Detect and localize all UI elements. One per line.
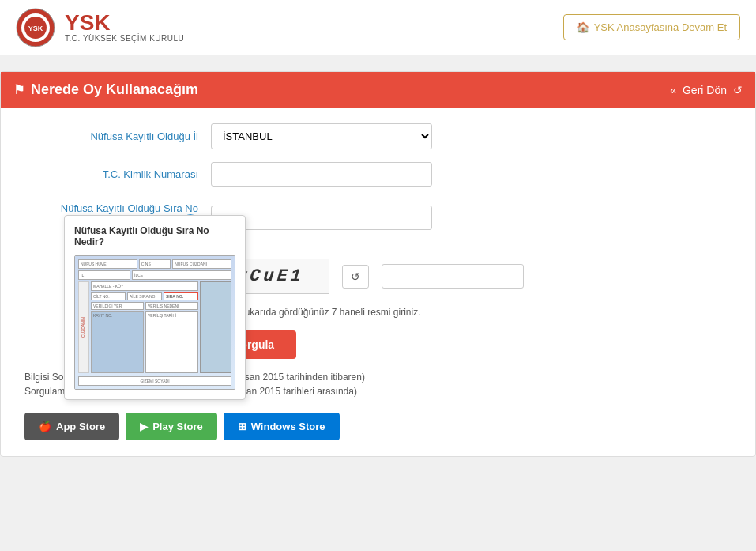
kimlik-label: T.C. Kimlik Numarası <box>24 168 198 180</box>
homepage-btn-label: YSK Anasayfasına Devam Et <box>594 21 727 33</box>
id-card-image: NÜFUS HÜVE CİNS NÜFUS CÜZDANI İL İLÇE CÜ… <box>74 255 235 390</box>
il-select[interactable]: İSTANBUL ANKARA İZMİR BURSA ANTALYA <box>211 123 432 149</box>
captcha-input[interactable] <box>382 264 524 289</box>
section-title: Nerede Oy Kullanacağım <box>31 81 198 98</box>
logo-text: YSK T.C. YÜKSEK SEÇİM KURULU <box>65 12 184 43</box>
section-title-area: ⚑ Nerede Oy Kullanacağım <box>13 81 198 98</box>
back-label: Geri Dön <box>683 84 727 96</box>
sira-no-row: Nüfusa Kayıtlı Olduğu Sıra No ? Nüfusa K… <box>24 199 732 230</box>
svg-text:YSK: YSK <box>28 25 43 32</box>
apple-store-button[interactable]: 🍎 App Store <box>24 413 119 440</box>
app-store-area: 🍎 App Store ▶ Play Store ⊞ Windows Store <box>1 413 755 456</box>
captcha-text: yCuE1 <box>235 266 305 286</box>
il-row: Nüfusa Kayıtlı Olduğu İl İSTANBUL ANKARA… <box>24 123 732 149</box>
ysk-emblem: YSK <box>16 8 55 47</box>
logo-area: YSK YSK T.C. YÜKSEK SEÇİM KURULU <box>16 8 184 47</box>
tooltip-title: Nüfusa Kayıtlı Olduğu Sıra No Nedir? <box>74 225 235 247</box>
section-header: ⚑ Nerede Oy Kullanacağım « Geri Dön ↺ <box>1 72 755 108</box>
section-actions[interactable]: « Geri Dön ↺ <box>670 84 743 96</box>
windows-icon: ⊞ <box>238 421 246 432</box>
home-icon: 🏠 <box>577 21 589 33</box>
header: YSK YSK T.C. YÜKSEK SEÇİM KURULU 🏠 YSK A… <box>0 0 756 55</box>
kimlik-row: T.C. Kimlik Numarası <box>24 162 732 187</box>
captcha-refresh-button[interactable]: ↺ <box>342 265 369 289</box>
play-store-label: Play Store <box>152 421 203 432</box>
main-container: ⚑ Nerede Oy Kullanacağım « Geri Dön ↺ Nü… <box>0 71 756 457</box>
refresh-icon[interactable]: ↺ <box>733 84 743 96</box>
homepage-button[interactable]: 🏠 YSK Anasayfasına Devam Et <box>563 14 740 40</box>
logo-subtitle: T.C. YÜKSEK SEÇİM KURULU <box>65 34 184 43</box>
logo-title: YSK <box>65 12 184 34</box>
play-store-button[interactable]: ▶ Play Store <box>126 413 217 440</box>
apple-store-label: App Store <box>56 421 105 432</box>
tooltip-popup: Nüfusa Kayıtlı Olduğu Sıra No Nedir? NÜF… <box>64 215 246 400</box>
back-arrows-icon: « <box>670 84 676 96</box>
windows-store-button[interactable]: ⊞ Windows Store <box>224 413 340 440</box>
flag-icon: ⚑ <box>13 82 24 97</box>
il-label: Nüfusa Kayıtlı Olduğu İl <box>24 130 198 142</box>
apple-icon: 🍎 <box>39 421 51 432</box>
form-area: Nüfusa Kayıtlı Olduğu İl İSTANBUL ANKARA… <box>1 108 755 259</box>
play-icon: ▶ <box>140 421 148 432</box>
kimlik-input[interactable] <box>211 162 432 187</box>
windows-store-label: Windows Store <box>251 421 325 432</box>
